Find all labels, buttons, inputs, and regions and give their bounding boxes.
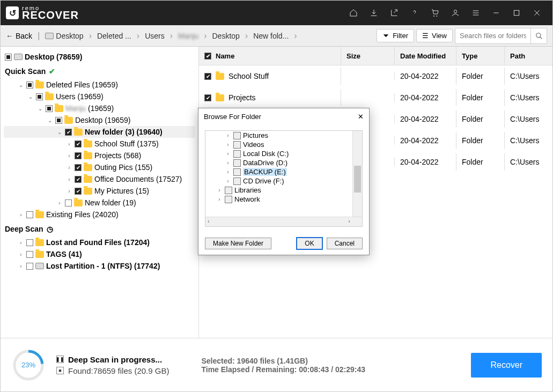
back-button[interactable]: ← Back: [6, 32, 32, 40]
tree-row[interactable]: ⌄Users (19659): [4, 91, 195, 102]
tree-row[interactable]: ⌄✔New folder (3) (19640): [4, 126, 195, 138]
breadcrumb[interactable]: Manju: [178, 32, 198, 40]
search-input[interactable]: [455, 29, 530, 42]
checkbox-icon[interactable]: [46, 105, 53, 112]
checkbox-icon[interactable]: ✔: [75, 188, 82, 195]
minimize-button[interactable]: [486, 1, 506, 25]
user-icon[interactable]: [445, 1, 466, 25]
filter-button[interactable]: ⏷Filter: [377, 29, 414, 42]
col-name[interactable]: ✔Name: [199, 47, 341, 65]
search-button[interactable]: [530, 28, 547, 43]
dialog-tree-item[interactable]: › BACKUP (E:): [205, 167, 362, 176]
col-path[interactable]: Path: [505, 47, 552, 65]
chevron-icon[interactable]: ›: [225, 142, 231, 147]
tree-row[interactable]: ⌄Deleted Files (19659): [4, 79, 195, 91]
col-type[interactable]: Type: [456, 47, 505, 65]
tree-row[interactable]: ›Existing Files (24020): [4, 209, 195, 220]
tree-row[interactable]: ›✔Office Documents (17527): [4, 173, 195, 185]
tree-row[interactable]: ›✔School Stuff (1375): [4, 138, 195, 150]
maximize-button[interactable]: [506, 1, 527, 25]
make-new-folder-button[interactable]: Make New Folder: [205, 238, 271, 249]
chevron-icon[interactable]: ›: [216, 187, 223, 193]
menu-icon[interactable]: [466, 1, 486, 25]
chevron-icon[interactable]: ›: [18, 252, 24, 257]
chevron-icon[interactable]: ›: [18, 240, 24, 246]
checkbox-icon[interactable]: ✔: [75, 140, 82, 147]
chevron-icon[interactable]: ›: [66, 188, 72, 194]
checkbox-icon[interactable]: [26, 211, 33, 218]
checkbox-icon[interactable]: ✔: [75, 164, 82, 171]
tree-row[interactable]: ›✔Outing Pics (155): [4, 161, 195, 173]
breadcrumb[interactable]: Deleted ...: [97, 32, 131, 40]
tree-row[interactable]: ›✔My Pictures (15): [4, 185, 195, 197]
export-icon[interactable]: [384, 1, 404, 25]
tree-row[interactable]: ⌄Manju (19659): [4, 102, 195, 114]
scrollbar-horizontal[interactable]: ‹›: [205, 217, 362, 226]
chevron-icon[interactable]: ⌄: [18, 82, 24, 88]
dialog-tree-item[interactable]: › Local Disk (C:): [205, 149, 362, 158]
checkbox-icon[interactable]: ✔: [204, 94, 211, 101]
checkbox-icon[interactable]: ✔: [204, 53, 211, 60]
recover-button[interactable]: Recover: [471, 353, 542, 378]
dialog-tree-item[interactable]: › Videos: [205, 140, 362, 149]
breadcrumb[interactable]: Desktop: [45, 32, 83, 40]
breadcrumb[interactable]: Users: [145, 32, 165, 40]
chevron-icon[interactable]: ›: [225, 151, 231, 157]
checkbox-icon[interactable]: [26, 251, 33, 258]
download-icon[interactable]: [364, 1, 384, 25]
checkbox-icon[interactable]: [26, 263, 33, 270]
cart-icon[interactable]: [425, 1, 445, 25]
table-row[interactable]: ✔School Stuff20-04-2022FolderC:\Users: [199, 65, 552, 87]
checkbox-icon[interactable]: ✔: [75, 176, 82, 183]
checkbox-icon[interactable]: [65, 199, 72, 206]
dialog-tree-item[interactable]: › DataDrive (D:): [205, 158, 362, 167]
chevron-icon[interactable]: ›: [66, 153, 72, 159]
close-button[interactable]: [527, 1, 547, 25]
checkbox-icon[interactable]: [36, 93, 43, 100]
chevron-icon[interactable]: ›: [225, 160, 231, 166]
checkbox-icon[interactable]: ✔: [65, 129, 72, 136]
checkbox-icon[interactable]: [26, 82, 33, 88]
tree-row[interactable]: ›Lost Partition - 1 (NTFS) (17742): [4, 260, 195, 272]
chevron-icon[interactable]: ⌄: [47, 117, 53, 123]
tree-row[interactable]: ⌄Desktop (19659): [4, 114, 195, 126]
tree-row[interactable]: ›TAGS (41): [4, 248, 195, 260]
home-icon[interactable]: [343, 1, 364, 25]
close-icon[interactable]: ✕: [358, 113, 364, 121]
cancel-button[interactable]: Cancel: [327, 238, 363, 249]
pause-icon[interactable]: ❚❚: [56, 356, 64, 363]
tree-root[interactable]: Desktop (78659): [4, 51, 195, 63]
chevron-icon[interactable]: ›: [18, 212, 24, 218]
chevron-icon[interactable]: ⌄: [56, 129, 63, 135]
scrollbar-vertical[interactable]: [352, 131, 362, 217]
view-button[interactable]: ☰View: [416, 29, 453, 42]
chevron-icon[interactable]: ⌄: [37, 106, 43, 112]
dialog-tree-item[interactable]: › CD Drive (F:): [205, 176, 362, 186]
stop-icon[interactable]: ■: [56, 367, 64, 374]
tree-row[interactable]: ›New folder (19): [4, 197, 195, 209]
chevron-icon[interactable]: ›: [216, 196, 223, 202]
chevron-icon[interactable]: ›: [66, 141, 72, 147]
table-row[interactable]: ✔Projects20-04-2022FolderC:\Users: [199, 87, 552, 108]
breadcrumb[interactable]: Desktop: [212, 32, 239, 40]
chevron-icon[interactable]: ›: [225, 132, 231, 138]
chevron-icon[interactable]: ›: [66, 165, 72, 171]
chevron-icon[interactable]: ›: [18, 263, 24, 269]
chevron-icon[interactable]: ⌄: [27, 94, 34, 100]
dialog-tree-item[interactable]: › Libraries: [205, 186, 362, 195]
breadcrumb[interactable]: New fold...: [253, 32, 289, 40]
dialog-tree-item[interactable]: › Pictures: [205, 131, 362, 140]
checkbox-icon[interactable]: ✔: [75, 152, 82, 159]
chevron-icon[interactable]: ›: [225, 169, 231, 175]
col-date[interactable]: Date Modified: [395, 47, 456, 65]
dialog-tree[interactable]: › Pictures› Videos› Local Disk (C:)› Dat…: [205, 130, 363, 227]
checkbox-icon[interactable]: ✔: [204, 73, 211, 80]
tree-row[interactable]: ›Lost and Found Files (17204): [4, 236, 195, 248]
checkbox-icon[interactable]: [26, 239, 33, 246]
col-size[interactable]: Size: [341, 47, 395, 65]
chevron-icon[interactable]: ›: [56, 200, 63, 206]
dialog-tree-item[interactable]: › Network: [205, 195, 362, 204]
help-icon[interactable]: [404, 1, 425, 25]
tree-row[interactable]: ›✔Projects (568): [4, 150, 195, 161]
ok-button[interactable]: OK: [297, 238, 322, 249]
